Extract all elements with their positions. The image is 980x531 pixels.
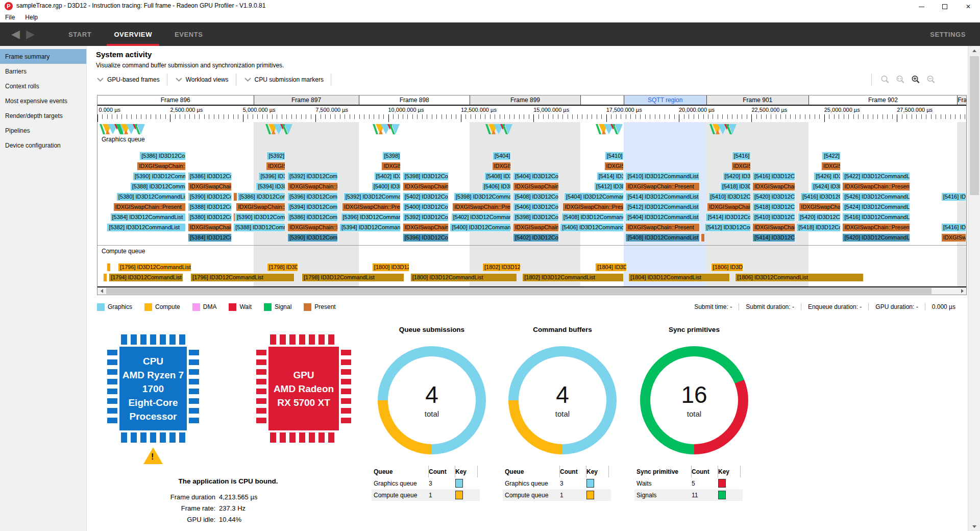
timeline-bar[interactable]: [5392] ID3D12CommandList bbox=[403, 213, 449, 222]
timeline-bar[interactable]: [5400] ID3D12CommandList bbox=[450, 223, 511, 232]
timeline-bar[interactable]: [5404] ID3D12CommandList bbox=[513, 172, 559, 181]
timeline-bar[interactable]: IDXGISwapChain::Present bbox=[137, 162, 186, 171]
timeline-bar[interactable]: [5416] ID3D12CommandList bbox=[732, 152, 751, 160]
timeline-bar[interactable]: IDXGISwapChain::Present bbox=[752, 223, 795, 232]
timeline-bar[interactable]: [1800] ID3D12CommandList bbox=[372, 263, 409, 272]
timeline-bar[interactable]: IDXGISwapChain::Present bbox=[452, 203, 511, 211]
timeline-bar[interactable]: [5392] ID3D12CommandList bbox=[266, 152, 285, 160]
back-arrow-icon[interactable]: ◀ bbox=[11, 27, 20, 41]
timeline-bar[interactable]: [5406] ID3D12CommandList bbox=[482, 182, 511, 191]
timeline-bar[interactable]: IDXGISwapChain::Present bbox=[604, 162, 624, 171]
timeline-bar[interactable]: IDXGISwapChain::Present bbox=[731, 162, 751, 171]
timeline-bar[interactable]: IDXGISwapChain::Present bbox=[799, 203, 841, 211]
tab-settings[interactable]: SETTINGS bbox=[925, 22, 971, 46]
timeline-bar[interactable]: [5408] ID3D12CommandList bbox=[484, 172, 511, 181]
timeline-bar[interactable]: [5418] ID3D12CommandList bbox=[752, 203, 795, 211]
timeline-bar[interactable]: [5390] ID3D12CommandList bbox=[188, 192, 232, 201]
timeline-bar[interactable]: [5406] ID3D12CommandList bbox=[513, 203, 559, 211]
menu-file[interactable]: File bbox=[0, 13, 20, 22]
tab-start[interactable]: START bbox=[57, 22, 103, 46]
timeline-bar[interactable]: [5412] ID3D12CommandList bbox=[594, 182, 624, 191]
timeline-bar[interactable]: [5400] ID3D12CommandList bbox=[372, 182, 401, 191]
timeline-bar[interactable]: [5416] ID3D12CommandList bbox=[752, 172, 795, 181]
timeline-bar[interactable]: [5420] ID3D12CommandList bbox=[723, 172, 751, 181]
timeline-bar[interactable]: IDXGISwapChain::Present bbox=[842, 223, 910, 232]
timeline-bar[interactable]: IDXGISwapChain::Present bbox=[236, 203, 285, 211]
timeline-bar[interactable]: [5412] ID3D12CommandList bbox=[625, 203, 700, 211]
timeline-bar[interactable]: [5384] ID3D12CommandList bbox=[188, 233, 232, 242]
scrollbar-thumb[interactable] bbox=[106, 288, 932, 294]
timeline-bar[interactable]: [5400] ID3D12CommandList bbox=[403, 203, 449, 211]
timeline-bar[interactable] bbox=[107, 263, 111, 272]
timeline-bar[interactable]: [5412] ID3D12CommandList bbox=[704, 223, 751, 232]
timeline-bar[interactable]: [5398] ID3D12CommandList bbox=[513, 213, 559, 222]
timeline-bar[interactable]: [5396] ID3D12CommandList bbox=[258, 172, 285, 181]
cpu-submission-marker-icon[interactable] bbox=[372, 124, 402, 135]
cpu-submission-marker-icon[interactable] bbox=[485, 124, 514, 135]
timeline-bar[interactable]: [5410] ID3D12CommandList bbox=[708, 192, 751, 201]
timeline-bar[interactable]: [5402] ID3D12CommandList bbox=[403, 192, 449, 201]
timeline-bar[interactable]: [5422] ID3D12CommandList bbox=[822, 152, 841, 160]
timeline-bar[interactable]: [5386] ID3D12CommandList bbox=[188, 172, 232, 181]
tab-events[interactable]: EVENTS bbox=[163, 22, 214, 46]
timeline-bar[interactable]: [5408] ID3D12CommandList bbox=[561, 213, 624, 222]
timeline-bar[interactable]: IDXGISwapChain::Present bbox=[188, 182, 232, 191]
timeline-bar[interactable]: IDXGISwapChain::Present bbox=[287, 182, 338, 191]
timeline-bar[interactable]: IDXGISwapChain::Present bbox=[752, 182, 795, 191]
timeline-bar[interactable]: [5386] ID3D12CommandList bbox=[139, 152, 186, 160]
zoom-out-button[interactable] bbox=[926, 75, 936, 85]
frame-header-frame-897[interactable]: Frame 897 bbox=[254, 95, 359, 105]
timeline-bar[interactable]: [1806] ID3D12CommandList bbox=[711, 263, 743, 272]
timeline-bar[interactable]: [5408] ID3D12CommandList bbox=[513, 192, 559, 201]
timeline-bar[interactable]: [5416] ID3D12CommandList bbox=[842, 213, 910, 222]
zoom-reset-button[interactable] bbox=[895, 75, 905, 85]
timeline-bar[interactable]: [1798] ID3D12CommandList bbox=[302, 273, 404, 282]
timeline-bar[interactable]: [1794] ID3D12CommandList bbox=[109, 273, 183, 282]
scroll-left-icon[interactable] bbox=[97, 287, 106, 295]
timeline-bar[interactable]: [1804] ID3D12CommandList bbox=[595, 263, 626, 272]
timeline-bar[interactable]: [5404] ID3D12CommandList bbox=[564, 192, 624, 201]
timeline-bar[interactable]: [5396] ID3D12CommandList bbox=[403, 233, 449, 242]
maximize-button[interactable] bbox=[933, 0, 957, 13]
frame-header-frame-903[interactable]: Frame 903 bbox=[957, 95, 966, 105]
dropdown-workload-views[interactable]: Workload views bbox=[175, 76, 236, 83]
timeline-bar[interactable]: [5424] ID3D12CommandList bbox=[811, 182, 841, 191]
scroll-up-icon[interactable] bbox=[968, 46, 980, 55]
timeline-bar[interactable]: [5386] ID3D12CommandList bbox=[287, 213, 338, 222]
timeline-bar[interactable]: [5410] ID3D12CommandList bbox=[752, 213, 795, 222]
timeline-bar[interactable]: IDXGISwapChain::Present bbox=[403, 182, 449, 191]
timeline-bar[interactable]: IDXGISwapChain::Present bbox=[381, 162, 401, 171]
timeline-bar[interactable] bbox=[701, 233, 705, 242]
timeline-bar[interactable]: [5420] ID3D12CommandList bbox=[752, 192, 795, 201]
timeline-bar[interactable]: IDXGISwapChain::Present bbox=[625, 182, 700, 191]
timeline-bar[interactable]: [1796] ID3D12CommandList bbox=[118, 263, 191, 272]
timeline-bar[interactable]: [5394] ID3D12CommandList bbox=[339, 223, 401, 232]
timeline-bar[interactable]: IDXGISwapChain::Present bbox=[403, 223, 449, 232]
zoom-to-selection-button[interactable] bbox=[880, 75, 890, 85]
timeline-bar[interactable]: [5422] ID3D12CommandList bbox=[842, 172, 910, 181]
timeline-bar[interactable]: IDXGISwapChain::Present bbox=[821, 162, 841, 171]
timeline-bar[interactable]: [5408] ID3D12CommandList bbox=[625, 233, 700, 242]
timeline-bar[interactable]: IDXGISwapChain::Present bbox=[941, 233, 966, 242]
timeline-bar[interactable]: [5388] ID3D12CommandList bbox=[130, 182, 186, 191]
scroll-right-icon[interactable] bbox=[958, 287, 966, 295]
timeline-bar[interactable]: [5392] ID3D12CommandList bbox=[344, 192, 401, 201]
timeline-bar[interactable]: IDXGISwapChain::Present bbox=[188, 223, 232, 232]
timeline-bar[interactable]: [1800] ID3D12CommandList bbox=[410, 273, 517, 282]
timeline-bar[interactable]: [5426] ID3D12CommandList bbox=[814, 172, 841, 181]
timeline-bar[interactable]: IDXGISwapChain::Present bbox=[492, 162, 511, 171]
timeline-body[interactable]: Graphics queue Compute queue [5386] ID3D… bbox=[97, 122, 966, 286]
scrollbar-thumb[interactable] bbox=[970, 56, 979, 195]
timeline-bar[interactable]: [5404] ID3D12CommandList bbox=[625, 213, 700, 222]
timeline-bar[interactable]: [5420] ID3D12CommandList bbox=[842, 233, 910, 242]
timeline-bar[interactable]: IDXGISwapChain::Present bbox=[625, 223, 700, 232]
sidebar-item-render-depth-targets[interactable]: Render/depth targets bbox=[0, 108, 86, 123]
sidebar-item-context-rolls[interactable]: Context rolls bbox=[0, 79, 86, 93]
timeline-bar[interactable]: [5382] ID3D12CommandList bbox=[107, 223, 186, 232]
sidebar-item-device-configuration[interactable]: Device configuration bbox=[0, 138, 86, 153]
timeline-bar[interactable]: [5414] ID3D12CommandList bbox=[625, 192, 700, 201]
timeline-bar[interactable]: [5380] ID3D12CommandList bbox=[188, 213, 232, 222]
menu-help[interactable]: Help bbox=[20, 13, 43, 22]
timeline-bar[interactable]: [5398] ID3D12CommandList bbox=[382, 152, 401, 160]
cpu-submission-marker-icon[interactable] bbox=[117, 124, 147, 135]
